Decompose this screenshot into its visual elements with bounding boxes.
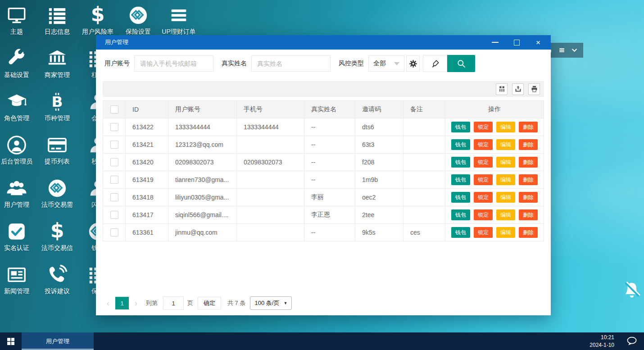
risk-type-value: 全部 [373, 59, 386, 68]
bell-slash-icon[interactable] [622, 280, 642, 300]
logo-icon [128, 5, 149, 26]
desktop-shortcut[interactable]: 用户管理 [0, 177, 37, 209]
close-button[interactable]: × [527, 35, 549, 50]
desktop-shortcut[interactable]: 角色管理 [0, 90, 37, 123]
desktop-shortcut[interactable]: 投诉建议 [37, 263, 77, 295]
delete-button[interactable]: 删除 [519, 157, 538, 168]
goto-page-input[interactable] [163, 296, 184, 310]
edit-button[interactable]: 编辑 [496, 122, 515, 132]
account-label: 用户账号 [104, 59, 130, 68]
edit-button[interactable]: 编辑 [496, 174, 515, 185]
lock-button[interactable]: 锁定 [474, 139, 493, 150]
row-checkbox[interactable] [110, 228, 118, 236]
delete-button[interactable]: 删除 [519, 139, 538, 150]
table-row: 61342213333444441333344444--dts6钱包锁定编辑删除 [103, 118, 544, 136]
row-checkbox[interactable] [110, 141, 118, 149]
card-icon [47, 135, 68, 155]
desktop-shortcut[interactable]: 提币列表 [37, 133, 77, 166]
lock-button[interactable]: 锁定 [474, 192, 493, 203]
edit-button[interactable]: 编辑 [496, 139, 515, 150]
wallet-button[interactable]: 钱包 [451, 227, 470, 238]
desktop-shortcut[interactable]: 基础设置 [0, 47, 37, 79]
settings-button[interactable] [406, 55, 420, 72]
delete-button[interactable]: 删除 [519, 192, 538, 203]
lock-button[interactable]: 锁定 [474, 122, 493, 132]
desktop-shortcut[interactable]: 商家管理 [37, 47, 77, 79]
row-checkbox[interactable] [110, 176, 118, 184]
edit-button[interactable]: 编辑 [496, 157, 515, 168]
desktop-shortcut[interactable]: $法币交易信 [37, 220, 77, 252]
wallet-button[interactable]: 钱包 [451, 174, 470, 185]
edit-button[interactable]: 编辑 [496, 227, 515, 238]
delete-button[interactable]: 删除 [519, 227, 538, 238]
wallet-button[interactable]: 钱包 [451, 157, 470, 168]
desktop-shortcut[interactable]: 保险设置 [118, 4, 159, 36]
cell-invite: dts6 [355, 118, 404, 136]
desktop-shortcut[interactable]: 实名认证 [0, 220, 37, 252]
wallet-button[interactable]: 钱包 [451, 209, 470, 220]
realname-input[interactable] [251, 55, 331, 72]
row-checkbox[interactable] [110, 123, 118, 131]
cell-phone [237, 206, 304, 224]
delete-button[interactable]: 删除 [519, 122, 538, 132]
edit-button[interactable]: 编辑 [496, 192, 515, 203]
confirm-button[interactable]: 确定 [198, 297, 221, 309]
desktop-shortcut-label: 日志信息 [37, 28, 77, 36]
total-count-label: 共 7 条 [227, 299, 245, 307]
page-size-select[interactable]: 100 条/页 ▼ [250, 296, 292, 310]
account-input[interactable] [134, 55, 213, 72]
chat-icon[interactable] [626, 336, 638, 346]
desktop-shortcut-label: 商家管理 [37, 71, 77, 79]
cell-name: 李丽 [304, 189, 355, 206]
cell-phone: 02098302073 [237, 154, 304, 171]
current-page-button[interactable]: 1 [115, 297, 129, 309]
print-button[interactable] [528, 83, 540, 95]
minimize-button[interactable] [484, 35, 506, 50]
desktop-shortcut[interactable]: B币种管理 [37, 90, 77, 123]
desktop-shortcut[interactable]: 新闻管理 [0, 263, 37, 295]
lock-button[interactable]: 锁定 [474, 209, 493, 220]
cell-account: tianren730@gma... [168, 171, 237, 189]
row-checkbox[interactable] [110, 193, 118, 201]
wallet-button[interactable]: 钱包 [451, 192, 470, 203]
edit-button[interactable]: 编辑 [496, 209, 515, 220]
desktop-shortcut[interactable]: $用户风险率 [77, 4, 118, 36]
wallet-button[interactable]: 钱包 [451, 122, 470, 132]
search-button[interactable] [447, 55, 475, 72]
taskbar-app-button[interactable]: 用户管理 [22, 332, 94, 350]
lock-button[interactable]: 锁定 [474, 227, 493, 238]
chevron-down-icon: ▼ [283, 301, 287, 305]
cols-button[interactable] [496, 83, 508, 95]
table-row: 613421123123@qq.com--63t3钱包锁定编辑删除 [103, 136, 544, 154]
desktop-shortcut[interactable]: 法币交易需 [37, 177, 77, 209]
start-button[interactable] [0, 332, 22, 350]
column-header: 操作 [445, 101, 544, 118]
cell-phone [237, 136, 304, 154]
lock-button[interactable]: 锁定 [474, 174, 493, 185]
menu-icon[interactable] [558, 47, 565, 54]
desktop-shortcut[interactable]: UP理财订单 [159, 4, 199, 36]
delete-button[interactable]: 删除 [519, 174, 538, 185]
cell-invite: 2tee [355, 206, 404, 224]
search-bar: 用户账号 真实姓名 风控类型 全部 [104, 55, 544, 72]
delete-button[interactable]: 删除 [519, 209, 538, 220]
grad-icon [6, 91, 27, 112]
chevron-down-icon[interactable] [571, 47, 578, 54]
prev-page-button[interactable]: ‹ [103, 299, 113, 308]
export-icon [514, 85, 522, 93]
select-all-checkbox[interactable] [110, 105, 118, 114]
export-button[interactable] [512, 83, 524, 95]
maximize-button[interactable] [506, 35, 527, 50]
user-management-window: 用户管理 × 用户账号 真实姓名 风控类型 全部 ID用户账号手机号真实姓名邀请… [96, 35, 551, 315]
clear-button[interactable] [423, 55, 447, 72]
row-checkbox[interactable] [110, 158, 118, 166]
lock-button[interactable]: 锁定 [474, 157, 493, 168]
desktop-shortcut[interactable]: 主题 [0, 4, 37, 36]
row-checkbox[interactable] [110, 211, 118, 219]
desktop-shortcut[interactable]: 日志信息 [37, 4, 77, 36]
column-header: 邀请码 [355, 101, 404, 118]
desktop-shortcut[interactable]: 后台管理员 [0, 133, 37, 166]
risk-type-select[interactable]: 全部 [368, 55, 404, 72]
next-page-button[interactable]: › [131, 299, 141, 308]
wallet-button[interactable]: 钱包 [451, 139, 470, 150]
